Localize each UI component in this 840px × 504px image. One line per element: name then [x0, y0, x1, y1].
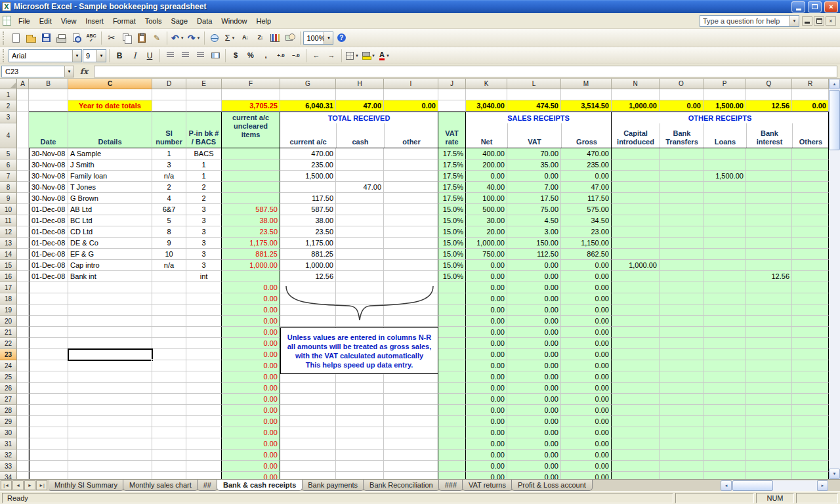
cell[interactable]: 1	[186, 171, 222, 182]
cell[interactable]: 30.00	[466, 215, 507, 226]
cell[interactable]	[438, 394, 466, 405]
cell[interactable]	[438, 416, 466, 427]
cell[interactable]	[660, 204, 704, 215]
row-header-7[interactable]: 7	[0, 171, 17, 182]
cell[interactable]: 12.56	[280, 271, 336, 282]
menu-sage[interactable]: Sage	[166, 13, 192, 28]
cell[interactable]	[746, 360, 792, 371]
cell[interactable]	[152, 271, 186, 282]
cell[interactable]	[466, 89, 507, 100]
cell[interactable]	[384, 148, 438, 159]
cell[interactable]	[704, 89, 746, 100]
cell[interactable]: 0.00	[466, 260, 507, 271]
currency-style-button[interactable]: $	[228, 49, 243, 63]
cell[interactable]: 15.0%	[438, 215, 466, 226]
cell[interactable]	[612, 226, 660, 238]
cell[interactable]	[29, 89, 68, 100]
cell[interactable]	[152, 461, 186, 472]
cell[interactable]: 5	[152, 215, 186, 226]
cell[interactable]	[186, 100, 222, 112]
cell[interactable]: Cap intro	[68, 260, 152, 271]
cell[interactable]	[660, 360, 704, 371]
cell[interactable]	[29, 438, 68, 450]
cell[interactable]: 0.00	[222, 360, 280, 371]
cell[interactable]: 70.00	[507, 148, 561, 159]
cell[interactable]	[152, 383, 186, 394]
cell[interactable]: 0.00	[561, 260, 612, 271]
cell[interactable]: 0.00	[561, 327, 612, 338]
sheet-tab[interactable]: Profit & Loss account	[511, 480, 593, 491]
row-header-17[interactable]: 17	[0, 282, 17, 293]
header-O[interactable]: BankTransfers	[660, 123, 704, 148]
cell[interactable]: Family loan	[68, 171, 152, 182]
cell[interactable]	[336, 148, 384, 159]
cell[interactable]	[660, 226, 704, 238]
print-preview-button[interactable]	[69, 31, 83, 45]
header-C[interactable]: Details	[68, 112, 152, 148]
cell[interactable]: 2	[152, 182, 186, 193]
col-header-L[interactable]: L	[507, 79, 561, 89]
name-box[interactable]: C23	[1, 66, 64, 77]
cell[interactable]: 0.00	[507, 472, 561, 479]
cell[interactable]: 0.00	[384, 100, 438, 112]
toolbar-grip[interactable]	[3, 32, 5, 45]
cell[interactable]: 01-Dec-08	[29, 271, 68, 282]
cell[interactable]: 0.00	[466, 271, 507, 282]
cell[interactable]: 8	[152, 226, 186, 238]
header-group-title[interactable]: OTHER RECEIPTS	[612, 112, 828, 123]
cell[interactable]	[438, 438, 466, 450]
font-name-combo[interactable]: Arial▼	[9, 49, 82, 62]
cell[interactable]: 0.00	[561, 371, 612, 383]
row-header-10[interactable]: 10	[0, 204, 17, 215]
cell[interactable]	[704, 193, 746, 204]
header-N[interactable]: Capitalintroduced	[612, 123, 660, 148]
cell[interactable]	[68, 383, 152, 394]
cell[interactable]	[186, 461, 222, 472]
cell[interactable]: n/a	[152, 260, 186, 271]
cell[interactable]	[438, 360, 466, 371]
fill-handle[interactable]	[151, 359, 154, 362]
cell[interactable]	[336, 226, 384, 238]
cell[interactable]	[17, 461, 29, 472]
cell[interactable]	[660, 260, 704, 271]
spelling-button[interactable]: ABC ✓	[84, 31, 98, 45]
last-sheet-button[interactable]: ►|	[36, 480, 47, 490]
cell[interactable]	[438, 427, 466, 438]
fill-color-button[interactable]: ▼	[361, 49, 377, 63]
cell[interactable]	[17, 316, 29, 327]
cell[interactable]	[792, 171, 829, 182]
cell[interactable]: 0.00	[222, 394, 280, 405]
cell[interactable]	[68, 371, 152, 383]
cell[interactable]	[704, 327, 746, 338]
cell[interactable]: 0.00	[466, 293, 507, 304]
cell[interactable]	[612, 215, 660, 226]
cell[interactable]	[152, 360, 186, 371]
cell[interactable]	[384, 427, 438, 438]
cell[interactable]	[792, 282, 829, 293]
cell[interactable]	[336, 249, 384, 260]
cell[interactable]	[792, 316, 829, 327]
cell[interactable]	[29, 472, 68, 479]
cell[interactable]: 01-Dec-08	[29, 249, 68, 260]
cell[interactable]	[746, 148, 792, 159]
cell[interactable]	[792, 383, 829, 394]
cell[interactable]: 0.00	[507, 405, 561, 416]
row-header-12[interactable]: 12	[0, 226, 17, 238]
cell[interactable]: 1,175.00	[222, 238, 280, 249]
cell[interactable]	[612, 383, 660, 394]
cell[interactable]: 0.00	[561, 461, 612, 472]
cell[interactable]	[792, 360, 829, 371]
undo-button[interactable]: ↶▼	[170, 31, 186, 45]
cell[interactable]	[438, 89, 466, 100]
cell[interactable]: 0.00	[466, 438, 507, 450]
cell[interactable]	[438, 349, 466, 360]
row-header-33[interactable]: 33	[0, 461, 17, 472]
vertical-scrollbar[interactable]: ▲ ▼	[829, 79, 840, 479]
cell[interactable]	[222, 193, 280, 204]
cell[interactable]: 881.25	[280, 249, 336, 260]
cell[interactable]: 862.50	[561, 249, 612, 260]
cell[interactable]: 23.50	[222, 226, 280, 238]
cell[interactable]	[746, 427, 792, 438]
cell[interactable]	[68, 438, 152, 450]
cell[interactable]: BC Ltd	[68, 215, 152, 226]
